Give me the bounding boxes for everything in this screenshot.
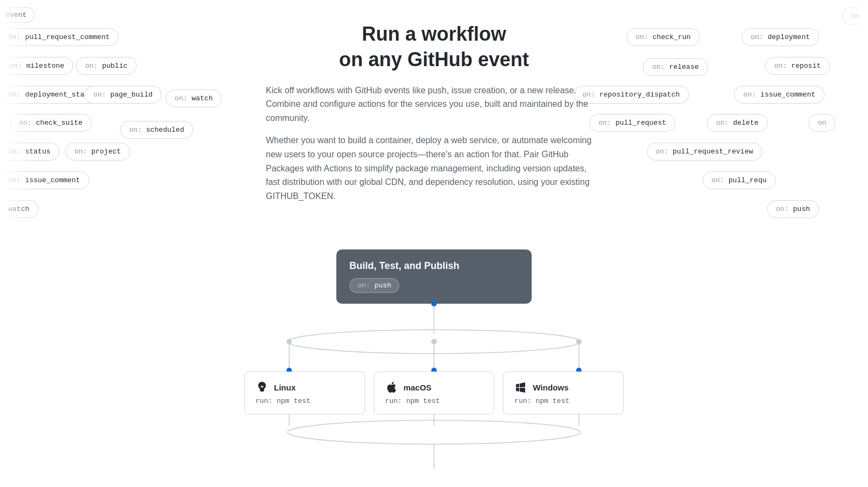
- linux-run: run: npm test: [256, 397, 354, 405]
- tag-issue-comment-left: on: issue_comment: [0, 171, 90, 189]
- macos-header: macOS: [385, 381, 483, 394]
- tag-pull-request-review: on: pull_request_review: [647, 143, 762, 161]
- tag-page-build: on: page_build: [84, 86, 162, 104]
- jobs-row: Linux run: npm test macOS run: npm test: [244, 371, 624, 414]
- tag-reposit: on: reposit: [765, 57, 830, 75]
- description-1: Kick off workflows with GitHub events li…: [266, 84, 602, 125]
- tag-event: event: [0, 7, 35, 23]
- tag-pull-requ: on: pull_requ: [703, 171, 776, 189]
- tag-issue-comment-right: on: issue_comment: [734, 86, 825, 104]
- job-card-linux: Linux run: npm test: [244, 371, 365, 414]
- tag-public: on: public: [76, 57, 137, 75]
- tag-watch-left: on: watch: [165, 89, 222, 107]
- description-2: Whether you want to build a container, d…: [266, 133, 602, 203]
- workflow-card: Build, Test, and Publish on: push: [336, 249, 532, 304]
- tag-on-partial-top: on: [842, 7, 868, 25]
- card-bottom-dot: [431, 301, 437, 306]
- tag-on-partial2: on: [808, 114, 835, 132]
- tag-watch-left2: watch: [0, 200, 39, 218]
- windows-header: Windows: [514, 381, 612, 394]
- linux-header: Linux: [256, 381, 354, 394]
- connector-svg: [244, 301, 624, 437]
- workflow-card-container: Build, Test, and Publish on: push: [244, 249, 624, 304]
- linux-icon: [256, 381, 269, 394]
- tag-push-right: on: push: [767, 200, 819, 218]
- macos-run: run: npm test: [385, 397, 483, 405]
- job-card-windows: Windows run: npm test: [503, 371, 624, 414]
- page-title: Run a workflowon any GitHub event: [266, 22, 602, 73]
- tag-scheduled: on: scheduled: [120, 121, 193, 139]
- center-content: Run a workflowon any GitHub event Kick o…: [266, 22, 602, 203]
- windows-name: Windows: [533, 383, 569, 392]
- windows-icon: [514, 381, 527, 394]
- page-wrapper: event on: pull_request_comment on: miles…: [0, 0, 868, 487]
- workflow-trigger-tag: on: push: [349, 278, 399, 293]
- tag-check-suite: on: check_suite: [10, 114, 92, 132]
- linux-name: Linux: [274, 383, 296, 392]
- tag-project: on: project: [65, 143, 130, 161]
- tag-status: on: status: [0, 143, 60, 161]
- windows-run: run: npm test: [514, 397, 612, 405]
- tag-milestone: on: milestone: [0, 57, 73, 75]
- tag-delete: on: delete: [707, 114, 768, 132]
- tag-pull-request-comment: on: pull_request_comment: [0, 28, 119, 46]
- fade-right: [835, 0, 868, 487]
- workflow-diagram: Build, Test, and Publish on: push: [244, 249, 624, 304]
- tag-on-release: on: release: [643, 58, 708, 76]
- workflow-card-title: Build, Test, and Publish: [349, 260, 519, 272]
- job-card-macos: macOS run: npm test: [374, 371, 495, 414]
- macos-icon: [385, 381, 398, 394]
- tag-check-run: on: check_run: [627, 28, 700, 46]
- tag-deployment: on: deployment: [742, 28, 819, 46]
- macos-name: macOS: [404, 383, 432, 392]
